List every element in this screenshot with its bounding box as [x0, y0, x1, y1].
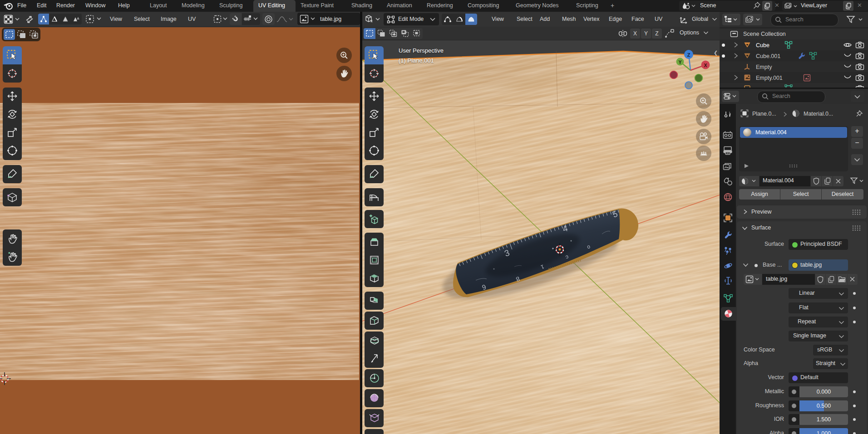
- svg-text:Z: Z: [687, 52, 690, 58]
- svg-text:Y: Y: [678, 59, 681, 65]
- svg-text:X: X: [704, 63, 707, 68]
